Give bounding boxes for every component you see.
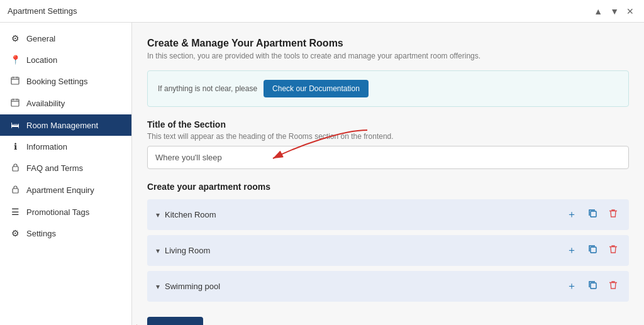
sidebar-item-enquiry[interactable]: Apartment Enquiry [0,179,131,201]
room-copy-button-kitchen[interactable] [586,207,600,222]
title-input[interactable] [147,146,629,169]
room-name-living: Living Room [165,246,210,255]
sidebar-item-booking-settings[interactable]: Booking Settings [0,70,131,92]
room-delete-button-pool[interactable] [606,279,620,294]
room-item-living-actions: ＋ [564,243,620,258]
sidebar-label-general: General [26,34,55,43]
room-item-kitchen: ▾ Kitchen Room ＋ [147,199,629,230]
sidebar-label-settings: Settings [26,229,56,238]
calendar-icon [10,76,20,87]
sidebar-item-availability[interactable]: Availability [0,92,131,114]
title-bar-controls: ▲ ▼ ✕ [591,6,636,16]
svg-rect-4 [11,99,19,106]
room-delete-button-kitchen[interactable] [606,207,620,222]
room-item-pool: ▾ Swimming pool ＋ [147,271,629,302]
location-icon: 📍 [10,55,20,65]
svg-rect-12 [591,247,596,253]
title-bar: Apartment Settings ▲ ▼ ✕ [0,0,644,23]
room-item-pool-actions: ＋ [564,278,620,294]
sidebar-item-faq[interactable]: FAQ and Terms [0,157,131,179]
room-copy-button-pool[interactable] [586,279,600,294]
room-add-button-living[interactable]: ＋ [564,243,579,258]
chevron-down-icon-living: ▾ [156,246,160,255]
sidebar-label-enquiry: Apartment Enquiry [26,185,94,195]
sidebar-item-information[interactable]: ℹ Information [0,136,131,157]
title-field-heading: Title of the Section [147,119,629,129]
bed-icon: 🛏 [10,120,20,130]
sidebar-label-availability: Availability [26,99,65,108]
sidebar-label-room-management: Room Management [26,121,98,130]
restore-icon[interactable]: ▼ [608,6,621,16]
sidebar-label-booking: Booking Settings [26,77,88,86]
room-item-kitchen-actions: ＋ [564,207,620,223]
list-icon: ☰ [10,207,20,217]
room-add-button-kitchen[interactable]: ＋ [564,207,579,223]
sidebar-label-location: Location [26,55,57,65]
room-item-living: ▾ Living Room ＋ [147,235,629,266]
rooms-section: Create your apartment rooms ▾ Kitchen Ro… [147,182,629,325]
svg-rect-13 [591,283,596,289]
gear-icon: ⚙ [10,33,20,43]
room-name-pool: Swimming pool [165,282,220,291]
app-container: ⚙ General 📍 Location Booking Settings [0,23,644,325]
title-field-description: This text will appear as the heading of … [147,132,629,141]
main-content: Create & Manage Your Apartment Rooms In … [132,23,644,325]
room-item-pool-left: ▾ Swimming pool [156,282,220,291]
room-delete-button-living[interactable] [606,243,620,258]
info-box: If anything is not clear, please Check o… [147,70,629,107]
add-new-wrapper: Add New [147,312,203,325]
sidebar-label-faq: FAQ and Terms [26,163,83,173]
sidebar-item-room-management[interactable]: 🛏 Room Management [0,114,131,136]
sidebar-label-promotional: Promotional Tags [26,207,89,217]
chevron-down-icon: ▾ [156,211,160,219]
svg-rect-8 [13,167,18,171]
add-new-button[interactable]: Add New [147,317,203,325]
sidebar-item-general[interactable]: ⚙ General [0,28,131,49]
svg-rect-9 [13,189,18,193]
check-docs-button[interactable]: Check our Documentation [264,80,369,97]
sidebar-item-promotional-tags[interactable]: ☰ Promotional Tags [0,201,131,223]
availability-icon [10,98,20,109]
room-add-button-pool[interactable]: ＋ [564,278,579,294]
chevron-down-icon-pool: ▾ [156,282,160,291]
svg-rect-0 [11,77,19,84]
info-box-text: If anything is not clear, please [158,84,257,93]
room-item-living-left: ▾ Living Room [156,246,210,255]
sidebar: ⚙ General 📍 Location Booking Settings [0,23,132,325]
room-item-kitchen-left: ▾ Kitchen Room [156,210,216,219]
settings-icon: ⚙ [10,228,20,238]
minimize-icon[interactable]: ▲ [591,6,605,16]
section-subtitle: In this section, you are provided with t… [147,52,629,60]
room-name-kitchen: Kitchen Room [165,210,216,219]
rooms-heading: Create your apartment rooms [147,182,629,192]
info-icon: ℹ [10,141,20,151]
section-title: Create & Manage Your Apartment Rooms [147,38,629,49]
sidebar-item-location[interactable]: 📍 Location [0,49,131,70]
enquiry-icon [10,185,20,196]
lock-icon [10,163,20,174]
svg-rect-11 [591,211,596,217]
sidebar-label-information: Information [26,142,67,151]
title-input-wrapper [147,146,629,169]
title-field-section: Title of the Section This text will appe… [147,119,629,169]
title-bar-text: Apartment Settings [8,6,77,16]
room-copy-button-living[interactable] [586,243,600,258]
close-icon[interactable]: ✕ [624,6,636,16]
section-header: Create & Manage Your Apartment Rooms In … [147,38,629,60]
sidebar-item-settings[interactable]: ⚙ Settings [0,223,131,244]
